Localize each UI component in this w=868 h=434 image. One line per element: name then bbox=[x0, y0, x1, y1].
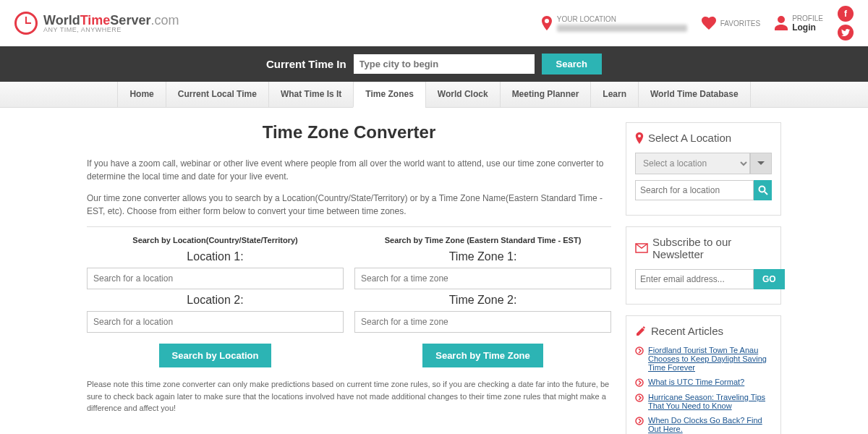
article-item: When Do Clocks Go Back? Find Out Here. bbox=[635, 416, 772, 433]
intro-2: Our time zone converter allows you to se… bbox=[87, 192, 611, 218]
envelope-icon bbox=[635, 243, 648, 253]
tagline: ANY TIME, ANYWHERE bbox=[43, 27, 179, 33]
search-button[interactable]: Search bbox=[542, 54, 602, 75]
location-select[interactable]: Select a location bbox=[635, 153, 750, 174]
divider bbox=[87, 226, 611, 227]
article-link[interactable]: What is UTC Time Format? bbox=[648, 378, 744, 386]
article-item: What is UTC Time Format? bbox=[635, 378, 772, 387]
intro-1: If you have a zoom call, webinar or othe… bbox=[87, 157, 611, 183]
location-1-label: Location 1: bbox=[87, 250, 344, 263]
recent-articles-widget: Recent Articles Fiordland Tourist Town T… bbox=[626, 315, 781, 434]
your-location[interactable]: YOUR LOCATION bbox=[541, 15, 687, 32]
location-pin-icon bbox=[541, 16, 553, 30]
article-link[interactable]: Fiordland Tourist Town Te Anau Chooses t… bbox=[648, 346, 772, 372]
newsletter-title: Subscribe to our Newsletter bbox=[652, 236, 772, 260]
select-location-title: Select A Location bbox=[648, 132, 731, 144]
search-by-timezone-button[interactable]: Search by Time Zone bbox=[422, 344, 543, 367]
search-by-location-button[interactable]: Search by Location bbox=[159, 344, 272, 367]
recent-articles-title: Recent Articles bbox=[651, 325, 723, 337]
note: Please note this time zone converter can… bbox=[87, 378, 611, 414]
article-item: Fiordland Tourist Town Te Anau Chooses t… bbox=[635, 346, 772, 372]
svg-line-1 bbox=[765, 192, 767, 195]
heart-icon bbox=[702, 17, 716, 30]
nav-home[interactable]: Home bbox=[117, 82, 165, 107]
current-time-in-label: Current Time In bbox=[266, 58, 346, 70]
nav-world-clock[interactable]: World Clock bbox=[425, 82, 500, 107]
svg-point-3 bbox=[636, 347, 643, 354]
facebook-icon[interactable]: f bbox=[838, 6, 854, 22]
profile[interactable]: PROFILE Login bbox=[775, 14, 823, 33]
search-by-location-head: Search by Location(Country/State/Territo… bbox=[87, 236, 344, 244]
timezone-2-label: Time Zone 2: bbox=[354, 294, 611, 307]
arrow-right-icon bbox=[635, 346, 644, 355]
location-search-input[interactable] bbox=[635, 180, 754, 200]
brand-time: Time bbox=[80, 13, 111, 27]
search-icon[interactable] bbox=[754, 180, 772, 200]
article-link[interactable]: Hurricane Season: Traveling Tips That Yo… bbox=[648, 393, 772, 410]
chevron-down-icon[interactable] bbox=[750, 153, 772, 174]
pencil-icon bbox=[635, 326, 647, 337]
nav-learn[interactable]: Learn bbox=[590, 82, 638, 107]
city-search-input[interactable] bbox=[354, 54, 535, 74]
nav-meeting-planner[interactable]: Meeting Planner bbox=[500, 82, 591, 107]
person-icon bbox=[775, 16, 788, 30]
your-location-label: YOUR LOCATION bbox=[557, 15, 687, 23]
email-input[interactable] bbox=[635, 269, 754, 289]
profile-label: PROFILE bbox=[792, 14, 823, 22]
location-pin-icon bbox=[635, 132, 644, 144]
timezone-1-label: Time Zone 1: bbox=[354, 250, 611, 263]
brand-com: .com bbox=[150, 13, 179, 27]
page-title: Time Zone Converter bbox=[87, 122, 611, 142]
article-item: Hurricane Season: Traveling Tips That Yo… bbox=[635, 393, 772, 410]
timezone-2-input[interactable] bbox=[354, 311, 611, 333]
article-link[interactable]: When Do Clocks Go Back? Find Out Here. bbox=[648, 416, 772, 433]
go-button[interactable]: GO bbox=[754, 269, 785, 289]
newsletter-widget: Subscribe to our Newsletter GO bbox=[626, 226, 781, 305]
location-1-input[interactable] bbox=[87, 268, 344, 289]
brand-server: Server bbox=[110, 13, 150, 27]
location-value-blurred bbox=[557, 25, 687, 32]
location-2-input[interactable] bbox=[87, 311, 344, 333]
twitter-icon[interactable] bbox=[838, 25, 854, 41]
arrow-right-icon bbox=[635, 393, 644, 402]
timezone-1-input[interactable] bbox=[354, 268, 611, 289]
svg-point-5 bbox=[636, 394, 643, 401]
location-2-label: Location 2: bbox=[87, 294, 344, 307]
nav-time-zones[interactable]: Time Zones bbox=[353, 82, 425, 108]
svg-point-4 bbox=[636, 379, 643, 386]
brand-world: World bbox=[43, 13, 80, 27]
nav-what-time-is-it[interactable]: What Time Is It bbox=[268, 82, 353, 107]
favorites-label: FAVORITES bbox=[720, 20, 760, 27]
svg-point-6 bbox=[636, 417, 643, 425]
clock-icon bbox=[14, 12, 38, 35]
search-by-timezone-head: Search by Time Zone (Eastern Standard Ti… bbox=[354, 236, 611, 244]
arrow-right-icon bbox=[635, 378, 644, 387]
logo[interactable]: WorldTimeServer.com ANY TIME, ANYWHERE bbox=[14, 12, 179, 35]
select-location-widget: Select A Location Select a location bbox=[626, 122, 781, 216]
svg-point-0 bbox=[759, 187, 765, 192]
login-link[interactable]: Login bbox=[792, 22, 823, 33]
nav-world-time-database[interactable]: World Time Database bbox=[638, 82, 751, 107]
arrow-right-icon bbox=[635, 417, 644, 425]
favorites[interactable]: FAVORITES bbox=[702, 17, 760, 30]
nav-current-local-time[interactable]: Current Local Time bbox=[166, 82, 268, 107]
